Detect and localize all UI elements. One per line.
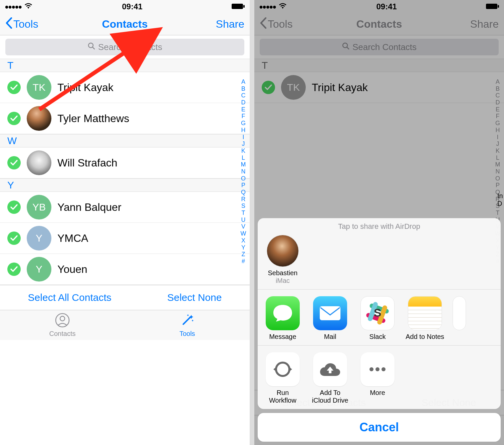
index-letter[interactable]: N xyxy=(241,168,246,175)
overflow-icon xyxy=(453,296,466,330)
contact-row[interactable]: Y YMCA xyxy=(0,223,250,254)
index-letter[interactable]: D xyxy=(496,99,500,106)
svg-point-24 xyxy=(382,367,386,371)
index-bar[interactable]: ABCDEFGHIJKLMNOPQRSTUVWXYZ# xyxy=(238,78,248,265)
index-letter[interactable]: U xyxy=(241,216,246,224)
index-letter[interactable]: S xyxy=(241,202,245,209)
index-letter[interactable]: M xyxy=(495,161,500,168)
index-letter[interactable]: K xyxy=(496,147,500,154)
section-header-t: T xyxy=(254,59,504,72)
index-letter[interactable]: H xyxy=(241,127,246,134)
share-app-notes[interactable]: Add to Notes xyxy=(405,296,445,341)
index-letter[interactable]: A xyxy=(496,78,500,85)
avatar: TK xyxy=(281,75,306,100)
index-letter[interactable]: P xyxy=(241,182,245,189)
index-letter[interactable]: V xyxy=(241,223,245,230)
index-letter[interactable]: K xyxy=(241,147,245,154)
index-letter[interactable]: D xyxy=(241,99,246,106)
index-letter[interactable]: P xyxy=(496,182,500,189)
avatar: Y xyxy=(27,257,51,282)
avatar: TK xyxy=(27,75,51,100)
index-letter[interactable]: A xyxy=(241,78,245,85)
share-button[interactable]: Share xyxy=(470,18,499,30)
select-all-button[interactable]: Select All Contacts xyxy=(28,292,111,303)
index-letter[interactable]: X xyxy=(241,237,245,244)
overflow-app-labels: InD xyxy=(497,192,504,207)
index-letter[interactable]: W xyxy=(241,230,246,237)
contact-name: Will Strafach xyxy=(57,157,117,169)
contact-row[interactable]: YB Yann Balquer xyxy=(0,192,250,223)
tab-tools[interactable]: Tools xyxy=(125,310,250,340)
index-letter[interactable]: R xyxy=(241,196,246,203)
index-letter[interactable]: F xyxy=(496,113,500,120)
checkmark-icon xyxy=(7,112,21,125)
share-button[interactable]: Share xyxy=(216,18,244,30)
share-action-icloud[interactable]: Add To iCloud Drive xyxy=(310,352,350,404)
search-input[interactable]: Search Contacts xyxy=(260,39,499,55)
contact-row[interactable]: TK Tripit Kayak xyxy=(254,72,504,103)
index-letter[interactable]: I xyxy=(242,134,244,141)
index-letter[interactable]: I xyxy=(497,134,498,141)
search-icon xyxy=(87,42,95,52)
index-letter[interactable]: T xyxy=(242,209,245,216)
index-letter[interactable]: # xyxy=(242,258,245,265)
action-label: More xyxy=(358,389,397,397)
svg-point-5 xyxy=(60,316,65,321)
share-sheet: Tap to share with AirDrop Sebastien iMac… xyxy=(258,218,501,442)
share-app-mail[interactable]: Mail xyxy=(310,296,350,341)
share-app-slack[interactable]: S Slack xyxy=(358,296,397,341)
avatar: Y xyxy=(27,226,51,251)
svg-point-18 xyxy=(276,363,289,376)
contact-row[interactable]: Tyler Matthews xyxy=(0,103,250,134)
tab-label: Contacts xyxy=(49,330,76,338)
index-letter[interactable]: J xyxy=(242,140,245,147)
index-letter[interactable]: E xyxy=(496,106,500,113)
action-label: Add To iCloud Drive xyxy=(310,389,350,404)
index-letter[interactable]: J xyxy=(496,140,499,147)
share-action-more[interactable]: More xyxy=(358,352,397,404)
contact-name: Tripit Kayak xyxy=(57,81,113,94)
index-letter[interactable]: O xyxy=(495,175,500,182)
index-letter[interactable]: N xyxy=(496,168,500,175)
checkmark-icon xyxy=(7,232,21,245)
message-icon xyxy=(266,296,300,330)
index-letter[interactable]: E xyxy=(241,106,245,113)
avatar xyxy=(27,150,51,175)
index-letter[interactable]: O xyxy=(241,175,246,182)
checkmark-icon xyxy=(262,81,275,94)
svg-point-23 xyxy=(375,367,380,371)
index-letter[interactable]: L xyxy=(496,154,499,161)
back-button[interactable]: Tools xyxy=(5,17,38,31)
contact-row[interactable]: Y Youen xyxy=(0,254,250,285)
index-letter[interactable]: M xyxy=(241,161,246,168)
select-none-button[interactable]: Select None xyxy=(167,292,222,303)
index-letter[interactable]: B xyxy=(496,85,500,92)
mail-icon xyxy=(313,296,347,330)
app-label: Message xyxy=(263,333,302,341)
index-letter[interactable]: H xyxy=(496,127,500,134)
index-letter[interactable]: G xyxy=(241,120,246,127)
search-input[interactable]: Search Contacts xyxy=(5,39,244,55)
index-letter[interactable]: B xyxy=(241,85,245,92)
tab-contacts[interactable]: Contacts xyxy=(0,310,125,340)
index-letter[interactable]: C xyxy=(496,92,500,99)
index-letter[interactable]: Z xyxy=(242,251,245,258)
airdrop-target[interactable]: Sebastien iMac xyxy=(264,235,301,285)
status-time: 09:41 xyxy=(122,2,143,11)
index-letter[interactable]: G xyxy=(495,120,500,127)
back-button[interactable]: Tools xyxy=(260,17,293,31)
cancel-button[interactable]: Cancel xyxy=(258,413,501,442)
index-letter[interactable]: C xyxy=(241,92,246,99)
share-action-workflow[interactable]: Run Workflow xyxy=(263,352,302,404)
section-header-t: T xyxy=(0,59,250,72)
share-app-message[interactable]: Message xyxy=(263,296,302,341)
index-letter[interactable]: L xyxy=(242,154,245,161)
index-letter[interactable]: T xyxy=(496,209,500,216)
contact-row[interactable]: Will Strafach xyxy=(0,147,250,178)
index-letter[interactable]: Y xyxy=(241,244,245,251)
index-letter[interactable]: Q xyxy=(241,189,246,196)
share-app-overflow[interactable] xyxy=(453,296,466,341)
contact-row[interactable]: TK Tripit Kayak xyxy=(0,72,250,103)
index-letter[interactable]: F xyxy=(242,113,245,120)
checkmark-icon xyxy=(7,200,21,214)
